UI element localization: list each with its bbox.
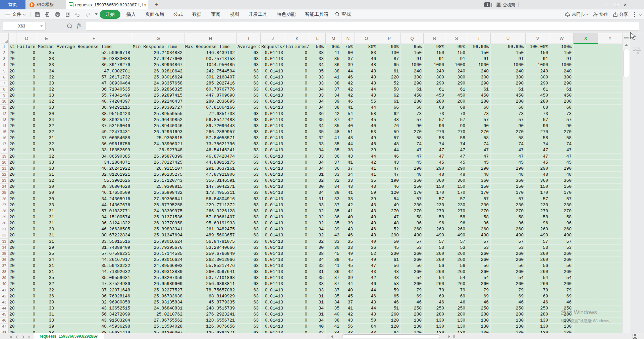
tab-special-features[interactable]: 特色功能 [272, 10, 300, 18]
cell-G35[interactable]: 26.17144585 [132, 251, 184, 257]
cell-H45[interactable]: 276.2923241 [184, 312, 237, 318]
cell-Y34[interactable] [598, 245, 622, 251]
cell-U1[interactable]: 99.99% [491, 44, 526, 50]
cell-O42[interactable]: 46 [355, 293, 378, 299]
cell-N37[interactable]: 45 [341, 263, 355, 269]
cell-C16[interactable]: 20 [9, 135, 16, 141]
cell-Q34[interactable]: 53 [401, 245, 424, 251]
cell-F47[interactable]: 48.45936298 [56, 324, 132, 330]
cell-Q47[interactable]: 130 [401, 324, 424, 330]
cell-R19[interactable]: 47 [424, 154, 446, 160]
cell-I34[interactable]: 63 [237, 245, 261, 251]
cell-S31[interactable]: 260 [446, 226, 467, 232]
row-number-25[interactable]: 25 [0, 190, 9, 196]
cell-W47[interactable]: 130 [550, 324, 574, 330]
cell-V30[interactable]: 96 [526, 220, 550, 226]
cell-N46[interactable]: 43 [341, 318, 355, 324]
cell-S32[interactable]: 490 [446, 232, 467, 238]
cell-E19[interactable]: 32 [37, 154, 56, 160]
column-header-X[interactable]: X [574, 33, 598, 44]
cell-H44[interactable]: 248.3515739 [184, 305, 237, 312]
cell-U5[interactable]: 240 [491, 68, 526, 74]
cell-S22[interactable]: 48 [446, 172, 467, 178]
cell-P42[interactable]: 65 [378, 293, 401, 299]
cell-J3[interactable]: 0.01413 [261, 56, 285, 62]
cell-T5[interactable]: 240 [467, 68, 491, 74]
row-number-11[interactable]: 11 [0, 105, 9, 111]
cell-G21[interactable]: 26.9215107 [132, 166, 184, 172]
cell-M9[interactable]: 34 [326, 93, 341, 99]
cell-T25[interactable]: 170 [467, 190, 491, 196]
cell-R13[interactable]: 57 [424, 117, 446, 123]
cell-M22[interactable]: 33 [326, 172, 341, 178]
cell-F14[interactable]: 37.53159046 [56, 123, 132, 129]
cell-G18[interactable]: 26.927948 [132, 147, 184, 153]
cell-M27[interactable]: 37 [326, 202, 341, 208]
cell-D3[interactable]: 0 [16, 56, 37, 62]
cell-K33[interactable]: 0 [285, 239, 309, 245]
cell-C40[interactable]: 20 [9, 281, 16, 287]
cell-O32[interactable]: 48 [355, 232, 378, 238]
row-number-43[interactable]: 43 [0, 299, 9, 305]
cell-U18[interactable]: 47 [491, 147, 526, 153]
cell-V9[interactable]: 450 [526, 93, 550, 99]
cell-V5[interactable]: 240 [526, 68, 550, 74]
row-number-15[interactable]: 15 [0, 129, 9, 135]
cell-C5[interactable]: 20 [9, 68, 16, 74]
cell-S18[interactable]: 47 [446, 147, 467, 153]
cell-F24[interactable]: 38.36804628 [56, 184, 132, 190]
cell-L8[interactable]: 34 [309, 87, 326, 93]
cell-S40[interactable]: 260 [446, 281, 467, 287]
cell-D14[interactable]: 0 [16, 123, 37, 129]
cell-G32[interactable]: 25.91347694 [132, 232, 184, 238]
cell-D17[interactable]: 0 [16, 141, 37, 147]
cell-K23[interactable]: 0 [285, 178, 309, 184]
cell-P20[interactable]: 43 [378, 160, 401, 166]
cell-E17[interactable]: 32 [37, 141, 56, 147]
cell-J28[interactable]: 0.01413 [261, 208, 285, 214]
cell-H24[interactable]: 147.6042271 [184, 184, 237, 190]
cell-W46[interactable]: 130 [550, 318, 574, 324]
cell-J25[interactable]: 0.01413 [261, 190, 285, 196]
cell-V16[interactable]: 58 [526, 135, 550, 141]
cell-N48[interactable]: 43 [341, 330, 355, 333]
cell-E34[interactable]: 29 [37, 245, 56, 251]
cell-Y20[interactable] [598, 160, 622, 166]
cell-J33[interactable]: 0.01413 [261, 239, 285, 245]
cell-O8[interactable]: 44 [355, 87, 378, 93]
cell-X40[interactable] [574, 281, 598, 287]
row-number-18[interactable]: 18 [0, 147, 9, 153]
cell-P30[interactable]: 48 [378, 220, 401, 226]
cell-T9[interactable]: 450 [467, 93, 491, 99]
cell-N35[interactable]: 49 [341, 251, 355, 257]
cell-O12[interactable]: 58 [355, 111, 378, 117]
cell-R17[interactable]: 74 [424, 141, 446, 147]
cell-I32[interactable]: 63 [237, 232, 261, 238]
cell-S28[interactable]: 270 [446, 208, 467, 214]
cell-G2[interactable]: 26.24034882 [132, 50, 184, 56]
cell-S30[interactable]: 96 [446, 220, 467, 226]
cell-W26[interactable]: 57 [550, 196, 574, 202]
first-sheet-arrow[interactable] [9, 334, 13, 338]
cell-E33[interactable]: 31 [37, 239, 56, 245]
cell-L36[interactable]: 34 [309, 257, 326, 263]
cell-E39[interactable]: 35 [37, 275, 56, 281]
cell-N44[interactable]: 41 [341, 305, 355, 312]
cell-M38[interactable]: 36 [326, 269, 341, 275]
cell-Y16[interactable] [598, 135, 622, 141]
cell-O31[interactable]: 46 [355, 226, 378, 232]
cell-J31[interactable]: 0.01413 [261, 226, 285, 232]
cell-K40[interactable]: 0 [285, 281, 309, 287]
cell-Y10[interactable] [598, 99, 622, 105]
cell-I30[interactable]: 63 [237, 220, 261, 226]
column-header-F[interactable]: F [56, 33, 132, 44]
cell-K34[interactable]: 0 [285, 245, 309, 251]
cell-F18[interactable]: 33.18352699 [56, 147, 132, 153]
column-header-S[interactable]: S [446, 33, 467, 44]
cell-E32[interactable]: 31 [37, 232, 56, 238]
cell-T28[interactable]: 270 [467, 208, 491, 214]
cell-F39[interactable]: 35.09559631 [56, 275, 132, 281]
cell-L17[interactable]: 33 [309, 141, 326, 147]
cell-M2[interactable]: 41 [326, 50, 341, 56]
cell-S29[interactable]: 58 [446, 214, 467, 220]
